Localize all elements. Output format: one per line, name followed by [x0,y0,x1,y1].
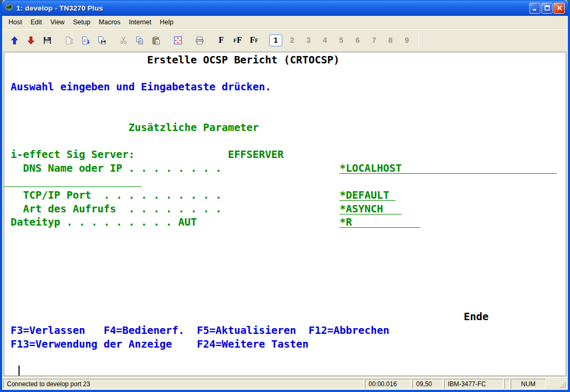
fkey-line-1: F3=Verlassen F4=Bedienerf. F5=Aktualisie… [11,325,389,336]
font-button-group: FFFFF [213,33,262,48]
menu-bar: HostEditViewSetupMacrosInternetHelp [2,16,568,29]
print-button[interactable] [192,33,207,48]
up-arrow-icon [10,36,19,45]
end-indicator: Ende [464,311,489,322]
status-cursor-position: 09,50 [412,379,443,389]
font-smaller-button[interactable]: FF [247,33,261,48]
paste-button[interactable] [149,33,163,48]
send-file-icon [65,36,73,45]
session-button-1[interactable]: 1 [269,34,282,46]
param-label-dns-name: DNS Name oder IP . . . . . . . . [23,163,222,174]
menu-internet[interactable]: Internet [125,17,155,27]
maximize-icon [544,5,550,11]
receive-file-icon [81,36,90,45]
down-arrow-icon [26,36,35,45]
printer-icon [195,36,204,45]
save-floppy-icon [43,36,52,45]
terminal-app-icon[interactable] [5,4,14,12]
fkey-line-2: F13=Verwendung der Anzeige F24=Weitere T… [11,339,309,350]
toolbar-separator [418,33,419,47]
terminal-area: Erstelle OCSP Bericht (CRTOCSP)Auswahl e… [2,51,568,377]
param-label-sig-server: i-effect Sig Server: [11,149,135,160]
save-screen-button[interactable] [40,33,54,48]
param-label-aufruf-art: Art des Aufrufs . . . . . . . . [23,203,222,214]
save-session-button[interactable] [95,33,109,48]
save-session-icon [97,36,106,45]
cut-button [116,33,131,48]
session-button-4: 4 [318,34,332,46]
session-button-group: 123456789 [268,34,415,46]
resize-grip[interactable] [559,379,567,389]
section-heading: Zusätzliche Parameter [128,122,259,133]
session-button-6: 6 [351,34,364,46]
status-connection: Connected to develop port 23 [3,379,364,389]
status-terminal-type: IBM-3477-FC [444,379,503,389]
title-bar[interactable]: 1: develop - TN3270 Plus [2,0,568,16]
send-file-button [62,33,76,48]
terminal-screen[interactable]: Erstelle OCSP Bericht (CRTOCSP)Auswahl e… [4,52,566,376]
text-cursor [19,366,20,376]
cut-scissors-icon [119,36,128,45]
screen-size-icon [173,36,182,45]
status-bar: Connected to develop port 23 00:00.01609… [2,377,568,390]
menu-edit[interactable]: Edit [26,17,47,27]
field-aufruf-art[interactable]: *ASYNCH [339,203,401,214]
param-value-sig-server: EFFSERVER [228,149,284,160]
session-button-5: 5 [335,34,348,46]
minimize-icon [532,5,538,11]
paste-clipboard-icon [152,36,161,45]
session-button-2: 2 [286,34,299,46]
session-button-3: 3 [302,34,315,46]
close-button[interactable] [554,3,565,14]
field-dateityp[interactable]: *R [339,217,420,228]
screen-title: Erstelle OCSP Bericht (CRTOCSP) [147,54,339,66]
minimize-button[interactable] [529,3,540,14]
param-label-dateityp: Dateityp . . . . . . . . . AUT [11,217,197,228]
copy-icon [135,36,144,45]
session-button-9: 9 [400,34,413,46]
status-time: 00:00.016 [365,379,411,389]
copy-button[interactable] [133,33,147,48]
font-select-button[interactable]: F [214,33,228,48]
prompt-message: Auswahl eingeben und Eingabetaste drücke… [11,81,271,92]
session-button-8: 8 [384,34,397,46]
menu-macros[interactable]: Macros [95,17,125,27]
menu-help[interactable]: Help [155,17,178,27]
maximize-button[interactable] [541,3,553,14]
status-spacer-a [504,379,510,389]
disconnect-button[interactable] [24,33,38,48]
font-larger-button[interactable]: FF [231,33,245,48]
window-title: 1: develop - TN3270 Plus [16,4,529,12]
menu-host[interactable]: Host [4,17,26,27]
status-numlock: NUM [511,379,546,389]
menu-setup[interactable]: Setup [69,17,95,27]
field-dns-name-continuation[interactable] [4,176,141,187]
field-dns-name[interactable]: *LOCALHOST [339,163,557,174]
app-window: 1: develop - TN3270 Plus HostEditViewSet… [0,0,570,392]
close-icon [556,5,563,11]
field-tcpip-port[interactable]: *DEFAULT [339,190,396,201]
connect-button[interactable] [7,33,22,48]
toolbar: FFFFF 123456789 [2,29,568,51]
session-button-7: 7 [367,34,381,46]
status-spacer-b [547,379,558,389]
param-label-tcpip-port: TCP/IP Port . . . . . . . . . . [23,190,222,201]
screen-size-button[interactable] [171,33,185,48]
receive-file-button[interactable] [78,33,93,48]
menu-view[interactable]: View [46,17,69,27]
